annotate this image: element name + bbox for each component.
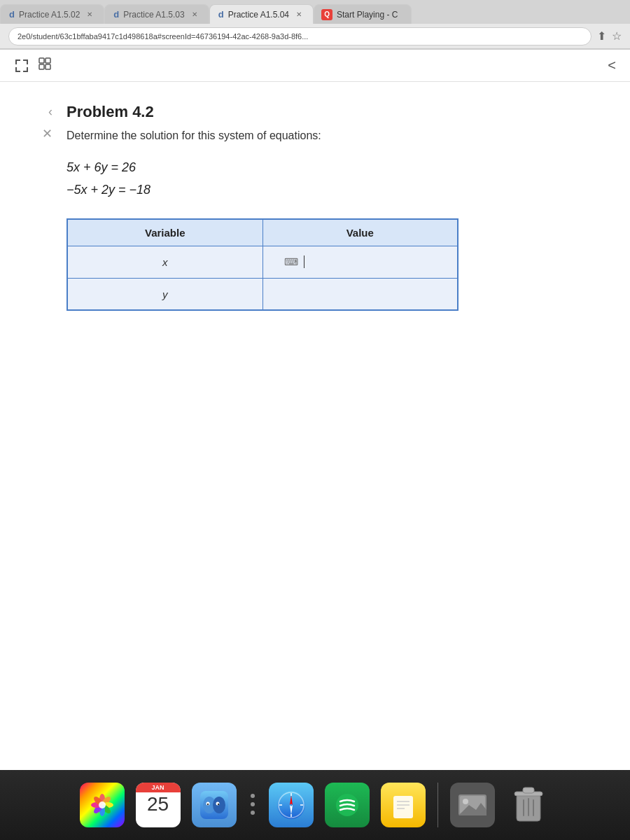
svg-rect-3	[46, 64, 50, 69]
address-bar: 2e0/student/63c1bffaba9417c1d498618a#scr…	[0, 24, 630, 49]
equation-1: 5x + 6y = 26	[66, 156, 588, 178]
problem-title: Problem 4.2	[66, 103, 588, 121]
dock-photos[interactable]	[78, 780, 127, 830]
svg-point-20	[251, 794, 255, 798]
dock-calendar[interactable]: JAN 25	[134, 780, 183, 830]
problem-nav: › ✕	[42, 103, 52, 311]
table-row-y: y	[67, 278, 458, 310]
text-cursor	[304, 255, 304, 268]
toolbar-right: <	[608, 57, 616, 74]
share-button[interactable]: ⬆	[597, 29, 606, 43]
calendar-icon: JAN 25	[136, 783, 181, 827]
tab-icon-1: d	[9, 9, 15, 20]
tab-practice-a1503[interactable]: d Practice A1.5.03 ✕	[104, 4, 209, 24]
tab-close-2[interactable]: ✕	[189, 9, 200, 20]
svg-point-12	[99, 802, 106, 808]
tab-close-3[interactable]: ✕	[293, 9, 304, 20]
dock-finder[interactable]	[190, 780, 239, 830]
svg-rect-32	[393, 796, 413, 818]
tab-icon-4: Q	[321, 9, 332, 20]
svg-point-15	[213, 797, 225, 813]
value-x[interactable]: ⌨	[262, 246, 458, 278]
dock-screenshot[interactable]	[448, 780, 497, 830]
dock-music[interactable]	[323, 780, 372, 830]
dock-trash[interactable]	[504, 780, 553, 830]
problem-description: Determine the solution for this system o…	[66, 130, 588, 142]
tab-icon-2: d	[113, 9, 119, 20]
tab-start-playing[interactable]: Q Start Playing - C	[314, 4, 412, 24]
svg-rect-1	[46, 58, 50, 63]
keyboard-icon: ⌨	[284, 256, 298, 267]
bookmark-button[interactable]: ☆	[612, 29, 622, 43]
browser-chrome: d Practice A1.5.02 ✕ d Practice A1.5.03 …	[0, 0, 630, 50]
equation-block: 5x + 6y = 26 −5x + 2y = −18	[66, 156, 588, 202]
dock-notes[interactable]	[379, 780, 428, 830]
tab-label-4: Start Playing - C	[337, 10, 404, 20]
svg-point-18	[206, 804, 208, 805]
trash-icon	[506, 783, 551, 827]
address-actions: ⬆ ☆	[597, 29, 622, 43]
tab-practice-a1502[interactable]: d Practice A1.5.02 ✕	[0, 4, 104, 24]
variable-x: x	[67, 246, 262, 278]
value-x-inner: ⌨	[284, 255, 444, 268]
dock-area: JAN 25	[0, 770, 630, 840]
finder-icon	[192, 783, 237, 827]
problem-body: Problem 4.2 Determine the solution for t…	[66, 103, 588, 311]
svg-point-19	[217, 804, 218, 805]
problem-area: › ✕ Problem 4.2 Determine the solution f…	[0, 82, 630, 332]
value-y[interactable]	[262, 278, 458, 310]
photos-icon	[80, 783, 125, 827]
address-input[interactable]: 2e0/student/63c1bffaba9417c1d498618a#scr…	[8, 27, 592, 46]
svg-rect-42	[523, 788, 534, 793]
dock-more[interactable]	[246, 780, 260, 830]
answer-table: Variable Value x ⌨	[66, 218, 458, 312]
svg-point-38	[463, 799, 468, 804]
address-text: 2e0/student/63c1bffaba9417c1d498618a#scr…	[18, 32, 308, 41]
page-toolbar: <	[0, 50, 630, 82]
collapse-button[interactable]: <	[608, 57, 616, 74]
tab-label-1: Practice A1.5.02	[19, 10, 80, 20]
table-row-x: x ⌨	[67, 246, 458, 278]
grid-button[interactable]	[38, 57, 52, 74]
tab-practice-a1504[interactable]: d Practice A1.5.04 ✕	[209, 4, 314, 24]
nav-back-button[interactable]: ›	[42, 106, 52, 120]
dock-safari[interactable]	[267, 780, 316, 830]
tab-label-3: Practice A1.5.04	[228, 10, 289, 20]
tab-close-1[interactable]: ✕	[84, 9, 95, 20]
col-header-value: Value	[262, 219, 458, 246]
svg-rect-0	[39, 58, 44, 63]
page-content: < › ✕ Problem 4.2 Determine the solution…	[0, 50, 630, 771]
tab-bar: d Practice A1.5.02 ✕ d Practice A1.5.03 …	[0, 0, 630, 24]
music-icon	[325, 783, 370, 827]
col-header-variable: Variable	[67, 219, 262, 246]
svg-point-21	[251, 802, 255, 806]
notes-icon	[381, 783, 426, 827]
dock-divider	[438, 783, 438, 827]
variable-y: y	[67, 278, 262, 310]
svg-point-22	[251, 811, 255, 815]
equation-2: −5x + 2y = −18	[66, 178, 588, 201]
svg-rect-2	[39, 64, 44, 69]
tab-icon-3: d	[218, 9, 224, 20]
expand-button[interactable]	[14, 58, 29, 74]
calendar-day: 25	[136, 792, 181, 816]
calendar-month: JAN	[136, 783, 181, 792]
nav-close-button[interactable]: ✕	[42, 126, 52, 141]
screenshot-icon	[450, 783, 495, 827]
tab-label-2: Practice A1.5.03	[123, 10, 184, 20]
safari-icon	[269, 783, 314, 827]
